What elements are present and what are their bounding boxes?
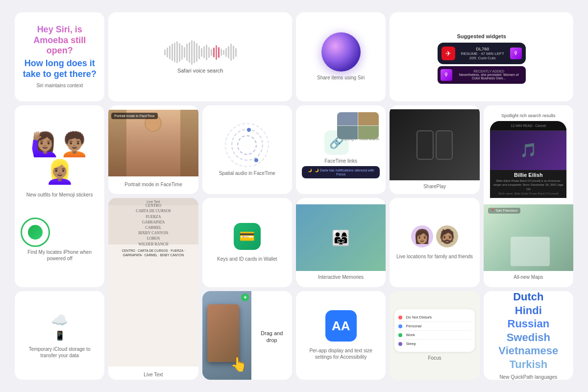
live-memoji-row: 👩🏽 🧔🏽 xyxy=(411,225,458,247)
findmy-section: Find My locates iPhone when powered off xyxy=(21,218,98,262)
focus-sleep-dot xyxy=(398,342,402,346)
quickpath-languages: Dutch Hindi Russian Swedish Vietnamese T… xyxy=(498,291,558,371)
waveform-bar xyxy=(233,46,234,59)
waveform-bar xyxy=(164,49,166,55)
maps-label: All-new Maps xyxy=(514,274,543,280)
shareplay-label: SharePlay xyxy=(423,183,446,190)
waveform-bar xyxy=(225,48,227,57)
flight-icon: ✈ xyxy=(441,47,455,60)
widgets-card: Suggested widgets ✈ DL760 RESUME · 47 MI… xyxy=(390,12,573,101)
siri-how-text: How long does it take to get there? xyxy=(21,58,98,79)
livetext-phone: Live Text CENTROCARTA DE CURSOSFUERZAGAR… xyxy=(108,198,198,367)
dragdrop-card: + 👆 Drag and drop xyxy=(202,291,292,380)
live-loc-label: Live locations for family and friends xyxy=(396,253,473,260)
spotlight-photos xyxy=(337,112,379,139)
maps-building xyxy=(511,237,550,266)
siri-context-card: Hey Siri, is Amoeba still open? How long… xyxy=(15,12,104,101)
focus-personal-label: Personal xyxy=(406,324,422,328)
waveform-bar xyxy=(174,43,175,62)
waveform-bar xyxy=(196,43,197,62)
spatial-rings xyxy=(225,123,269,167)
memories-photo: 👨‍👩‍👧 xyxy=(332,229,350,246)
memoji-card: 🙋🏽‍♀️🧑🏽‍🦱👱🏽‍♀️ New outfits for Memoji st… xyxy=(15,105,104,287)
facetime-image: Portrait mode in FaceTime xyxy=(108,110,198,176)
spotlight-photo xyxy=(358,112,379,125)
icloud-phone-icon: 📱 xyxy=(54,330,65,341)
waveform-bar xyxy=(228,46,229,58)
widgets-label: Suggested widgets xyxy=(457,33,506,40)
siri-context-label: Siri maintains context xyxy=(36,82,83,89)
person-body xyxy=(126,110,180,176)
waveform-bar xyxy=(191,40,193,65)
darla-notification: 🌙 🌙 Darla has notifications silenced wit… xyxy=(302,166,380,178)
maps-image: 📍 San Francisco xyxy=(484,204,573,271)
shareplay-image xyxy=(390,109,479,180)
sp-header: 12 MIN READ · Cancel xyxy=(490,121,566,131)
memoji-figures: 🙋🏽‍♀️🧑🏽‍🦱👱🏽‍♀️ xyxy=(21,131,98,186)
waveform-bar xyxy=(194,41,195,63)
main-grid: Hey Siri, is Amoeba still open? How long… xyxy=(10,7,578,385)
shareplay-card: SharePlay xyxy=(390,105,479,195)
spotlight-photos-section: Spotlight Photos search xyxy=(340,109,382,141)
waveform-bar xyxy=(223,50,224,55)
waveform-bar xyxy=(211,49,212,56)
memoji-label: New outfits for Memoji stickers xyxy=(26,192,93,198)
waveform-bar xyxy=(230,44,232,61)
waveform-bar xyxy=(206,45,207,60)
sp-bio: Billie Eilish Pirate Baird O'Connell is … xyxy=(493,179,564,191)
podcast-info: RECENTLY ADDED Nevertheless, she persist… xyxy=(455,70,523,80)
spatial-ring-inner xyxy=(237,135,257,155)
dragdrop-label-section: Drag and drop xyxy=(251,323,292,348)
shareplay-phone xyxy=(436,130,453,160)
lang-turkish: Turkish xyxy=(498,358,558,371)
focus-dnd-label: Do Not Disturb xyxy=(406,315,432,319)
facetime-card: Portrait mode in FaceTime Portrait mode … xyxy=(108,105,198,195)
waveform-bar xyxy=(172,44,173,61)
siri-ball-icon xyxy=(321,32,361,72)
finger-emoji: 👆 xyxy=(230,356,247,372)
waveform xyxy=(164,40,237,65)
waveform-bar xyxy=(201,48,202,57)
lang-swedish: Swedish xyxy=(498,331,558,344)
findmy-icon xyxy=(21,218,50,247)
focus-work-dot xyxy=(398,333,402,337)
dragdrop-thumb xyxy=(207,304,240,362)
sp-artist-photo: 🎵 xyxy=(520,142,537,158)
flight-subtitle: 205: Curb Cuts xyxy=(458,56,507,60)
dragdrop-image: + 👆 xyxy=(202,291,252,380)
focus-card: Do Not Disturb Personal Work Sleep Focus xyxy=(390,291,479,380)
livetext-image: CENTROCARTA DE CURSOSFUERZAGARRAPATACARM… xyxy=(108,205,198,245)
aa-icon: AA xyxy=(325,310,357,342)
flight-resume: RESUME · 47 MIN LEFT xyxy=(458,51,507,56)
plus-badge: + xyxy=(241,294,249,301)
waveform-bar xyxy=(189,42,190,63)
safari-label: Safari voice search xyxy=(177,68,223,74)
memories-label: Interactive Memories xyxy=(318,274,364,280)
spatial-dot xyxy=(254,158,258,162)
siri-ball-label: Share items using Siri xyxy=(317,74,365,81)
podcast-icon: 🎙 xyxy=(510,48,522,59)
focus-dnd-dot xyxy=(398,316,402,319)
facetime-person xyxy=(126,110,180,176)
keys-card: 💳 Keys and ID cards in Wallet xyxy=(202,198,292,287)
findmy-inner xyxy=(28,225,43,240)
live-memoji-2: 🧔🏽 xyxy=(436,225,458,247)
dragdrop-label: Drag and drop xyxy=(255,330,288,344)
facetime-badge: Portrait mode in FaceTime xyxy=(111,113,157,119)
focus-item-sleep: Sleep xyxy=(398,340,471,348)
fontsize-label: Per-app display and text size settings f… xyxy=(302,347,380,360)
waveform-bar xyxy=(184,47,185,58)
waveform-bar xyxy=(203,46,205,58)
facetime-links-label: FaceTime links xyxy=(324,158,357,164)
spotlight-rich-label: Spotlight rich search results xyxy=(501,110,556,121)
podcast-text: Nevertheless, she persisted: Women of Co… xyxy=(455,73,523,80)
lang-dutch: Dutch xyxy=(498,291,558,304)
flight-code: DL760 xyxy=(458,47,507,51)
podcast-widget: 🎙 RECENTLY ADDED Nevertheless, she persi… xyxy=(438,66,526,84)
wallet-icon: 💳 xyxy=(234,223,261,250)
lang-vietnamese: Vietnamese xyxy=(498,344,558,358)
maps-label-overlay: 📍 San Francisco xyxy=(488,208,520,214)
focus-item-personal: Personal xyxy=(398,322,471,331)
waveform-bar xyxy=(176,41,178,63)
icloud-icon: ☁️ xyxy=(51,312,68,328)
